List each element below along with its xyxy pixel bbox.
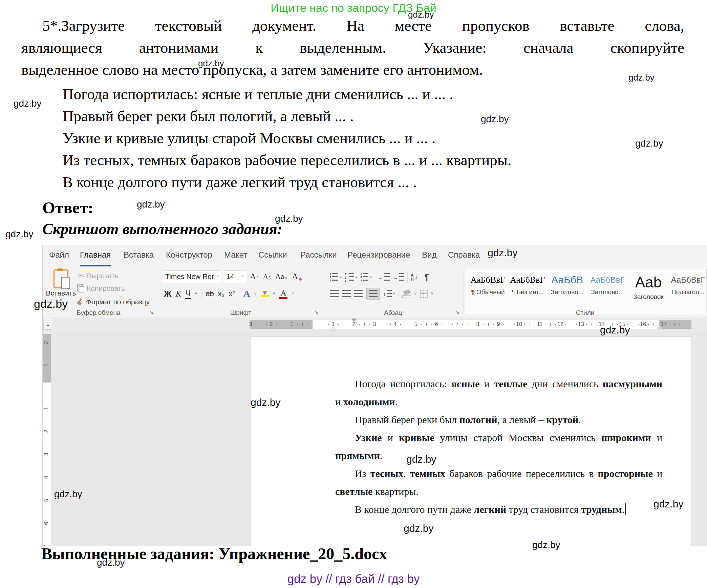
task-sentence: Правый берег реки был пологий, а левый .…: [63, 107, 354, 125]
document-area: 211234567 Погода испортилась: ясные и те…: [43, 331, 707, 546]
highlight-color-bar: [261, 295, 269, 297]
gdz-watermark: gdz.by: [198, 58, 224, 69]
shrink-font-button[interactable]: Аˇ: [262, 273, 272, 281]
style-card[interactable]: АаБбВвГ¶ Без инт...: [509, 270, 547, 311]
gdz-watermark: gdz.by: [628, 72, 655, 83]
footer-promo: gdz by // гдз бай // гдз by: [0, 572, 707, 586]
style-card[interactable]: АаБбВвГЗаголово...: [588, 270, 626, 311]
ribbon-tab-bar: ФайлГлавнаяВставкаКонструкторМакетСсылки…: [43, 245, 707, 267]
style-card[interactable]: АаБбВвГ¶ Обычный: [469, 270, 507, 311]
multilevel-list-button[interactable]: ˅: [361, 273, 372, 281]
strikethrough-button[interactable]: ab: [206, 289, 214, 298]
separator: [421, 272, 421, 282]
style-sample: Аab: [629, 275, 667, 290]
font-name-select[interactable]: Times New Rom ˅: [163, 270, 221, 283]
tab-stop-selector[interactable]: L: [43, 319, 52, 330]
align-center-button[interactable]: [342, 290, 351, 298]
tab-Вставка[interactable]: Вставка: [124, 245, 154, 265]
borders-button[interactable]: [420, 290, 428, 298]
separator: [399, 289, 399, 299]
task-line: 5*.Загрузите текстовый документ. На мест…: [42, 17, 684, 35]
group-separator: [464, 269, 464, 313]
highlighter-icon: [262, 291, 267, 295]
decrease-indent-icon: ←: [378, 275, 383, 280]
highlight-button[interactable]: [261, 291, 269, 297]
bullet-list-button[interactable]: ˅: [330, 273, 342, 281]
superscript-button[interactable]: x²: [229, 289, 235, 298]
cut-button[interactable]: ✂ Вырезать: [78, 271, 119, 280]
font-group-label: Шрифт: [158, 309, 324, 317]
document-line: и холодными.: [335, 393, 662, 411]
bold-button[interactable]: Ж: [164, 289, 172, 299]
clear-formatting-button[interactable]: А◆: [291, 272, 303, 281]
document-page[interactable]: Погода испортилась: ясные и теплые дни с…: [250, 336, 692, 546]
document-line: Погода испортилась: ясные и теплые дни с…: [335, 375, 662, 393]
italic-button[interactable]: К: [176, 289, 181, 299]
tab-Макет[interactable]: Макет: [224, 245, 247, 265]
shading-button[interactable]: [402, 290, 411, 298]
increase-indent-icon: →: [393, 275, 398, 280]
sort-button[interactable]: АЯ ↓: [411, 273, 418, 281]
tab-Конструктор[interactable]: Конструктор: [166, 245, 212, 265]
chevron-down-icon: ˅: [431, 291, 433, 296]
gdz-watermark: gdz.by: [137, 199, 165, 210]
chevron-down-icon: ˅: [273, 291, 275, 296]
tab-Рассылки[interactable]: Рассылки: [300, 245, 337, 265]
right-indent-marker[interactable]: [657, 326, 663, 329]
justify-button[interactable]: [366, 288, 380, 300]
tab-Вид[interactable]: Вид: [422, 245, 436, 265]
numbered-list-button[interactable]: 1 2 3˅: [345, 273, 358, 282]
group-separator: [324, 269, 324, 313]
chevron-down-icon: ˅: [241, 274, 244, 279]
tab-Рецензирование[interactable]: Рецензирование: [347, 245, 410, 265]
gdz-watermark: gdz.by: [408, 9, 434, 20]
show-marks-button[interactable]: ¶: [424, 272, 429, 283]
text-effects-button[interactable]: А: [243, 288, 250, 299]
multilevel-list-icon: [361, 273, 362, 281]
tab-Ссылки[interactable]: Ссылки: [258, 245, 287, 265]
font-name-value: Times New Rom: [165, 273, 214, 281]
increase-indent-button[interactable]: →: [393, 273, 404, 281]
text-cursor: [625, 503, 626, 515]
style-card[interactable]: АаБбВвГПодзагол...: [669, 270, 707, 311]
style-label: ¶ Обычный: [469, 288, 507, 296]
scissors-icon: ✂: [78, 271, 84, 280]
shrink-font-icon: ˇ: [269, 276, 271, 281]
gdz-watermark: gdz.by: [97, 557, 125, 568]
clipboard-dialog-launcher-icon[interactable]: ↘: [148, 310, 154, 316]
font-color-bar: [279, 297, 287, 299]
numbered-list-icon: 1 2 3: [345, 273, 348, 282]
align-right-button[interactable]: [354, 290, 363, 298]
line-spacing-button[interactable]: ↕˅: [383, 290, 395, 298]
task-sentence: Узкие и кривые улицы старой Москвы смени…: [63, 129, 435, 147]
copy-button[interactable]: Копировать: [77, 284, 125, 292]
font-dialog-launcher-icon[interactable]: ↘: [314, 310, 320, 316]
gdz-watermark: gdz.by: [275, 213, 303, 224]
gdz-watermark: gdz.by: [5, 229, 34, 240]
tab-Справка[interactable]: Справка: [448, 245, 480, 265]
align-left-button[interactable]: [330, 290, 339, 298]
chevron-down-icon: ˅: [216, 274, 219, 279]
tab-Главная[interactable]: Главная: [80, 245, 111, 266]
grow-font-icon: ˆ: [257, 276, 258, 281]
gdz-watermark: gdz.by: [600, 324, 630, 336]
gdz-watermark: gdz.by: [654, 498, 683, 510]
clear-formatting-icon: ◆: [299, 276, 302, 281]
tab-Файл[interactable]: Файл: [49, 245, 69, 265]
font-color-button[interactable]: А: [279, 289, 287, 299]
first-line-indent-marker[interactable]: [351, 319, 357, 322]
font-size-select[interactable]: 14 ˅: [224, 270, 246, 283]
grow-font-button[interactable]: Аˆ: [249, 272, 259, 281]
separator: [375, 272, 375, 282]
format-painter-button[interactable]: Формат по образцу: [77, 298, 150, 306]
left-indent-marker[interactable]: [330, 327, 336, 330]
style-card[interactable]: АаБбВЗаголово...: [548, 270, 586, 311]
subscript-button[interactable]: x₂: [218, 289, 225, 298]
underline-button[interactable]: Ч: [185, 289, 191, 299]
style-card[interactable]: АabЗаголовок: [629, 270, 667, 311]
change-case-button[interactable]: Аа˅: [274, 272, 288, 281]
paragraph-dialog-launcher-icon[interactable]: ↘: [454, 310, 460, 316]
gdz-watermark: gdz.by: [14, 98, 42, 109]
document-line: Из тесных, темных бараков рабочие пересе…: [335, 464, 662, 482]
decrease-indent-button[interactable]: ←: [378, 273, 390, 281]
